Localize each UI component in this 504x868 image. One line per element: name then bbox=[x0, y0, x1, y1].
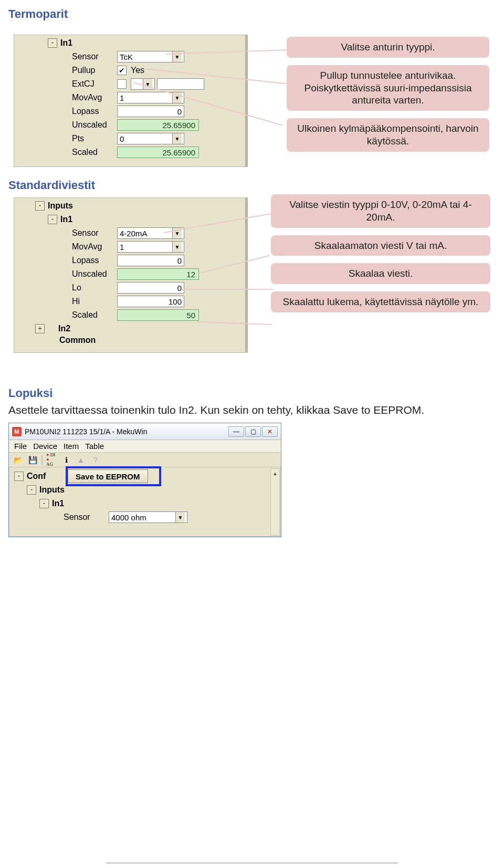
save-icon[interactable]: 💾 bbox=[27, 454, 38, 466]
label-sensor: Sensor bbox=[71, 228, 117, 238]
collapse-button[interactable]: - bbox=[48, 215, 57, 224]
sensor-select-value: TcK bbox=[120, 53, 133, 61]
pts-value: 0 bbox=[120, 134, 124, 143]
tree-node-common[interactable]: Common bbox=[58, 336, 104, 345]
hi-input[interactable]: 100 bbox=[117, 296, 184, 307]
callout-sensor-type: Valitse viestin tyyppi 0-10V, 0-20mA tai… bbox=[271, 194, 490, 228]
toolbar: 📂 💾 DI AG ℹ ▲ ? bbox=[9, 453, 281, 467]
up-icon[interactable]: ▲ bbox=[75, 454, 87, 466]
lo-input[interactable]: 0 bbox=[117, 282, 184, 294]
sensor-select-value: 4000 ohm bbox=[111, 513, 146, 522]
collapse-button[interactable]: - bbox=[14, 472, 24, 481]
callout-extcj: Ulkoinen kylmäpääkompensointi, harvoin k… bbox=[287, 118, 489, 152]
sensor-select[interactable]: 4-20mA ▼ bbox=[117, 227, 184, 239]
diag-icon[interactable]: DI AG bbox=[46, 454, 57, 466]
tree-node-conf[interactable]: Conf bbox=[26, 472, 57, 481]
lopass-value: 0 bbox=[177, 256, 182, 265]
lopass-input[interactable]: 0 bbox=[117, 106, 184, 117]
page-footer: Sivu 6 - Asettelu Mekuwinillä bbox=[8, 863, 496, 868]
collapse-button[interactable]: - bbox=[48, 38, 57, 48]
info-icon[interactable]: ℹ bbox=[60, 454, 72, 466]
label-sensor: Sensor bbox=[71, 52, 117, 61]
heading-termoparit: Termoparit bbox=[8, 7, 496, 21]
menu-device[interactable]: Device bbox=[31, 442, 59, 451]
scaled-readout: 25.65900 bbox=[117, 147, 199, 158]
label-pullup: Pullup bbox=[71, 66, 117, 75]
label-lo: Lo bbox=[71, 283, 117, 292]
titlebar[interactable]: M PM10UNI2 111223 15/1/A - MekuWin — ▢ ✕ bbox=[9, 423, 281, 440]
collapse-button[interactable]: - bbox=[35, 201, 45, 211]
label-sensor: Sensor bbox=[62, 513, 109, 522]
callouts-termoparit: Valitse anturin tyyppi. Pullup tunnustel… bbox=[287, 37, 489, 152]
unscaled-value: 12 bbox=[186, 270, 195, 279]
pullup-value-text: Yes bbox=[131, 66, 144, 75]
lopass-value: 0 bbox=[177, 107, 182, 116]
save-to-eeprom-button[interactable]: Save to EEPROM bbox=[68, 469, 148, 483]
extcj-checkbox[interactable] bbox=[117, 79, 127, 89]
callout-sensor: Valitse anturin tyyppi. bbox=[287, 37, 489, 58]
pullup-checkbox[interactable]: ✔ bbox=[117, 66, 127, 75]
panel-termoparit-tree: - In1 Sensor TcK ▼ Pullup bbox=[14, 35, 248, 167]
chevron-down-icon: ▼ bbox=[172, 133, 182, 144]
scaled-value: 25.65900 bbox=[162, 148, 195, 157]
label-lopass: Lopass bbox=[71, 107, 117, 116]
callout-scaled-out: Skaalattu lukema, käytettävissä näytölle… bbox=[271, 291, 490, 312]
label-unscaled: Unscaled bbox=[71, 120, 117, 130]
callout-scale: Skaalaa viesti. bbox=[271, 263, 490, 284]
help-icon[interactable]: ? bbox=[90, 454, 101, 466]
separator bbox=[41, 455, 43, 465]
lopass-input[interactable]: 0 bbox=[117, 255, 184, 266]
footer-divider bbox=[106, 863, 398, 863]
open-icon[interactable]: 📂 bbox=[12, 454, 24, 466]
tree-node-in2[interactable]: In2 bbox=[47, 324, 93, 333]
lopuksi-body: Asettele tarvittaessa toinenkin tulo In2… bbox=[8, 402, 496, 417]
label-extcj: ExtCJ bbox=[71, 79, 117, 89]
label-movavg: MovAvg bbox=[71, 93, 117, 102]
heading-lopuksi: Lopuksi bbox=[8, 386, 496, 400]
tree-node-in1[interactable]: In1 bbox=[59, 215, 106, 224]
movavg-select[interactable]: 1 ▼ bbox=[117, 241, 184, 253]
menu-table[interactable]: Table bbox=[83, 442, 106, 451]
collapse-button[interactable]: - bbox=[27, 485, 36, 495]
movavg-value: 1 bbox=[120, 243, 124, 252]
close-button[interactable]: ✕ bbox=[262, 426, 278, 437]
lo-value: 0 bbox=[177, 284, 182, 292]
chevron-down-icon: ▼ bbox=[175, 512, 185, 522]
scaled-readout: 50 bbox=[117, 309, 199, 321]
mekuwin-window: M PM10UNI2 111223 15/1/A - MekuWin — ▢ ✕… bbox=[8, 423, 281, 537]
sensor-select-value: 4-20mA bbox=[120, 229, 148, 238]
panel-standardiviestit-tree: - Inputs - In1 Sensor 4-20mA ▼ bbox=[14, 197, 248, 353]
sensor-select[interactable]: 4000 ohm ▼ bbox=[109, 511, 187, 523]
label-movavg: MovAvg bbox=[71, 242, 117, 252]
connector-line bbox=[182, 289, 273, 290]
app-icon: M bbox=[12, 427, 22, 436]
unscaled-readout: 25.65900 bbox=[117, 119, 199, 131]
minimize-button[interactable]: — bbox=[228, 426, 244, 437]
unscaled-value: 25.65900 bbox=[162, 121, 195, 130]
pts-select[interactable]: 0 ▼ bbox=[117, 133, 184, 144]
tree-node-in1[interactable]: In1 bbox=[51, 499, 97, 508]
heading-standardiviestit: Standardiviestit bbox=[8, 179, 496, 192]
menu-item[interactable]: Item bbox=[61, 442, 81, 451]
chevron-down-icon: ▼ bbox=[172, 242, 182, 252]
label-unscaled: Unscaled bbox=[71, 269, 117, 279]
hi-value: 100 bbox=[169, 297, 182, 306]
menu-file[interactable]: File bbox=[12, 442, 29, 451]
expand-button[interactable]: + bbox=[35, 324, 45, 333]
section-termoparit: - In1 Sensor TcK ▼ Pullup bbox=[8, 23, 496, 175]
label-pts: Pts bbox=[71, 134, 117, 143]
sensor-select[interactable]: TcK ▼ bbox=[117, 51, 184, 62]
unscaled-readout: 12 bbox=[117, 268, 199, 280]
extcj-number[interactable] bbox=[157, 78, 204, 90]
menubar: File Device Item Table bbox=[9, 440, 281, 453]
maximize-button[interactable]: ▢ bbox=[245, 426, 261, 437]
scaled-value: 50 bbox=[186, 311, 195, 320]
tree-node-in1[interactable]: In1 bbox=[59, 38, 106, 48]
label-hi: Hi bbox=[71, 297, 117, 306]
window-body: ▲ - Conf Save to EEPROM - Inputs - In1 bbox=[9, 467, 281, 537]
collapse-button[interactable]: - bbox=[39, 499, 49, 508]
callouts-standardiviestit: Valitse viestin tyyppi 0-10V, 0-20mA tai… bbox=[271, 194, 490, 312]
tree-node-inputs[interactable]: Inputs bbox=[38, 485, 85, 495]
tree-node-inputs[interactable]: Inputs bbox=[47, 201, 93, 211]
label-lopass: Lopass bbox=[71, 256, 117, 265]
